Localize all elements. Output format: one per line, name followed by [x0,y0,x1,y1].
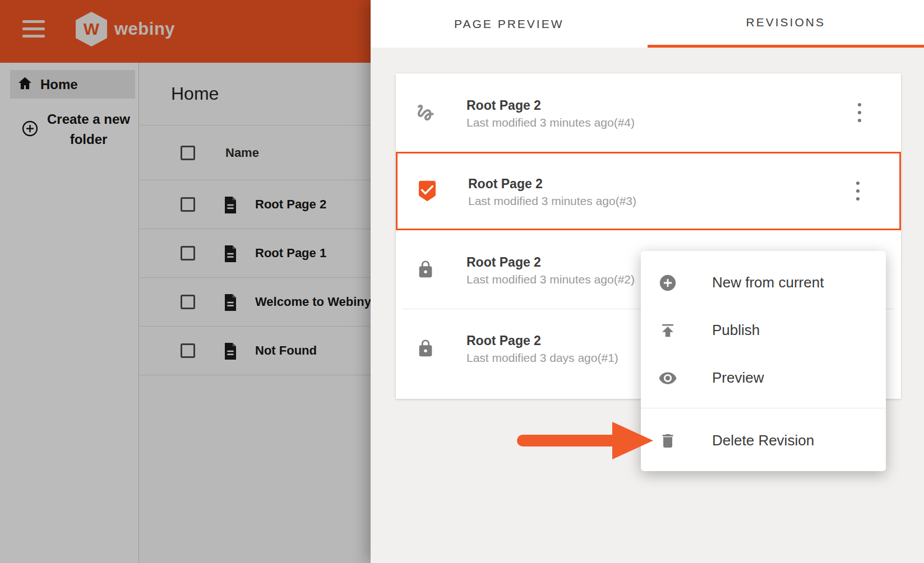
revision-subtitle: Last modified 3 minutes ago(#3) [468,193,636,210]
menu-item-label: Delete Revision [712,432,814,449]
revision-text: Root Page 2 Last modified 3 days ago(#1) [466,330,618,366]
menu-item-publish[interactable]: Publish [641,306,886,354]
annotation-arrow-icon [517,418,654,465]
revision-subtitle: Last modified 3 minutes ago(#2) [466,271,635,288]
revision-subtitle: Last modified 3 minutes ago(#4) [466,114,635,131]
published-check-shield-icon [414,180,440,202]
tab-revisions[interactable]: REVISIONS [648,0,924,48]
tab-page-preview[interactable]: PAGE PREVIEW [371,0,648,48]
draft-gesture-icon [413,102,438,123]
menu-item-label: Preview [712,369,764,387]
drawer-tab-bar: PAGE PREVIEW REVISIONS [371,0,924,48]
revision-subtitle: Last modified 3 days ago(#1) [466,350,618,366]
more-vert-icon[interactable] [854,103,865,122]
revision-row[interactable]: Root Page 2 Last modified 3 minutes ago(… [396,73,901,152]
locked-icon [413,339,438,358]
revision-row-selected[interactable]: Root Page 2 Last modified 3 minutes ago(… [396,152,901,230]
revision-title: Root Page 2 [468,175,636,193]
revision-title: Root Page 2 [466,97,635,114]
revision-context-menu: New from current Publish Preview [641,251,886,471]
revision-title: Root Page 2 [466,332,618,350]
add-circle-icon [658,273,677,292]
publish-icon [658,321,677,340]
menu-item-preview[interactable]: Preview [641,354,886,402]
drawer-scrim-overlay[interactable] [0,0,371,563]
revision-text: Root Page 2 Last modified 3 minutes ago(… [468,173,636,210]
revisions-drawer: PAGE PREVIEW REVISIONS Root Page 2 Last … [371,0,924,563]
menu-item-delete-revision[interactable]: Delete Revision [641,417,886,464]
revision-text: Root Page 2 Last modified 3 minutes ago(… [466,95,635,131]
menu-item-new-from-current[interactable]: New from current [641,259,886,306]
revision-text: Root Page 2 Last modified 3 minutes ago(… [466,252,635,288]
more-vert-icon[interactable] [852,182,863,201]
menu-item-label: New from current [712,274,824,291]
menu-item-label: Publish [712,322,760,339]
context-menu-main-section: New from current Publish Preview [641,251,886,408]
eye-icon [658,368,677,388]
revision-title: Root Page 2 [466,254,635,271]
trash-icon [658,432,677,450]
context-menu-delete-section: Delete Revision [641,408,886,471]
locked-icon [413,260,438,279]
